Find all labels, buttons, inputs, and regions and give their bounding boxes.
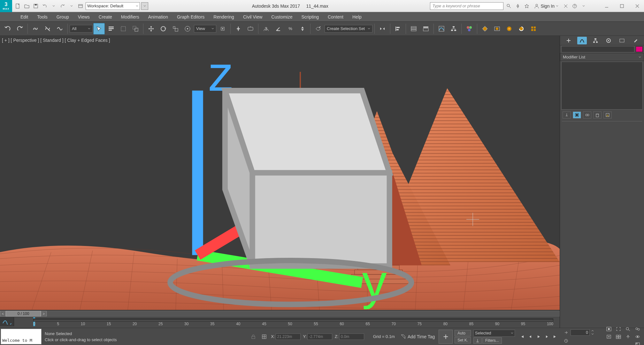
maximize-button[interactable] <box>617 3 627 9</box>
render-production-icon[interactable] <box>503 23 515 34</box>
rectangle-select-icon[interactable] <box>118 23 129 34</box>
utilities-tab-icon[interactable] <box>631 37 640 44</box>
menu-civil-view[interactable]: Civil View <box>239 12 267 21</box>
chevron-down-icon[interactable] <box>50 2 57 10</box>
toggle-ribbon-icon[interactable] <box>420 23 432 34</box>
bind-spacewarp-icon[interactable] <box>54 23 65 34</box>
key-filters-button[interactable]: Filters... <box>482 337 502 344</box>
maximize-viewport-icon[interactable] <box>633 341 642 345</box>
scale-icon[interactable] <box>170 23 181 34</box>
move-icon[interactable] <box>145 23 157 34</box>
angle-snap-icon[interactable] <box>272 23 284 34</box>
pan-icon[interactable] <box>624 333 632 340</box>
isolate-selection-icon[interactable] <box>604 326 613 333</box>
subscription-icon[interactable] <box>514 3 521 10</box>
keyboard-shortcut-icon[interactable] <box>245 23 256 34</box>
undo-icon[interactable] <box>41 2 49 10</box>
close-button[interactable] <box>632 3 642 9</box>
menu-tools[interactable]: Tools <box>33 12 52 21</box>
current-frame-field[interactable] <box>571 329 590 336</box>
viewcube-icon[interactable] <box>0 36 560 310</box>
modifier-stack[interactable] <box>561 62 643 110</box>
mini-curve-editor-icon[interactable] <box>0 317 14 326</box>
signin-button[interactable]: Sign In <box>532 4 560 9</box>
show-end-result-icon[interactable] <box>573 111 581 119</box>
key-mode-toggle-icon[interactable] <box>562 329 570 336</box>
time-slider[interactable]: 0 / 100 <box>6 311 41 317</box>
project-icon[interactable] <box>77 2 84 10</box>
y-coord-field[interactable] <box>307 334 332 340</box>
refcoord-dropdown[interactable]: View <box>194 25 216 33</box>
set-key-button[interactable]: + <box>439 330 453 344</box>
open-icon[interactable] <box>23 2 31 10</box>
orbit-icon[interactable] <box>633 333 642 340</box>
menu-rendering[interactable]: Rendering <box>209 12 239 21</box>
modifier-list-dropdown[interactable]: Modifier List <box>560 53 644 61</box>
timeslider-prev-icon[interactable]: < <box>0 311 6 317</box>
add-time-tag-button[interactable]: Add Time Tag <box>397 328 438 345</box>
key-filters-selected-dropdown[interactable]: Selected <box>473 330 515 337</box>
timeslider-next-icon[interactable]: > <box>41 311 47 317</box>
configure-sets-icon[interactable] <box>603 111 612 119</box>
material-editor-icon[interactable] <box>464 23 475 34</box>
rotate-icon[interactable] <box>157 23 169 34</box>
hierarchy-tab-icon[interactable] <box>591 37 600 44</box>
link-icon[interactable] <box>30 23 41 34</box>
render-iterative-icon[interactable] <box>516 23 527 34</box>
timeslider-track[interactable] <box>47 311 560 317</box>
curve-editor-icon[interactable] <box>436 23 447 34</box>
named-selection-dropdown[interactable]: Create Selection Set <box>325 25 372 33</box>
workspace-dropdown[interactable]: Workspace: Default <box>86 2 140 10</box>
redo-icon[interactable] <box>59 2 66 10</box>
perspective-viewport[interactable]: [ + ] [ Perspective ] [ Standard ] [ Cla… <box>0 36 560 310</box>
infocenter-search[interactable]: Type a keyword or phrase <box>430 2 503 10</box>
render-in-cloud-icon[interactable] <box>528 23 539 34</box>
key-filters-icon[interactable] <box>473 337 482 344</box>
autokey-button[interactable]: Auto <box>455 330 471 336</box>
select-object-icon[interactable] <box>93 23 105 34</box>
selection-filter-dropdown[interactable]: All <box>70 25 93 33</box>
motion-tab-icon[interactable] <box>604 37 613 44</box>
menu-animation[interactable]: Animation <box>144 12 172 21</box>
selection-bracket-icon[interactable] <box>614 326 623 333</box>
menu-views[interactable]: Views <box>73 12 94 21</box>
redo-icon[interactable] <box>14 23 26 34</box>
menu-help[interactable]: Help <box>348 12 366 21</box>
window-crossing-icon[interactable] <box>130 23 141 34</box>
save-icon[interactable] <box>32 2 40 10</box>
prev-frame-icon[interactable] <box>526 333 534 341</box>
zoom-extents-all-icon[interactable] <box>614 333 623 340</box>
selection-lock-icon[interactable] <box>249 333 257 341</box>
help-icon[interactable]: ? <box>571 3 578 10</box>
new-icon[interactable] <box>14 2 22 10</box>
zoom-extents-icon[interactable] <box>604 333 613 340</box>
menu-group[interactable]: Group <box>52 12 73 21</box>
chevron-down-icon[interactable] <box>68 2 75 10</box>
menu-content[interactable]: Content <box>323 12 348 21</box>
menu-create[interactable]: Create <box>94 12 117 21</box>
object-color-swatch[interactable] <box>636 46 643 52</box>
setkey-mode-button[interactable]: Set K. <box>455 337 471 343</box>
track-bar[interactable]: 0510152025303540455055606570758085909510… <box>14 317 560 326</box>
app-store-icon[interactable] <box>523 3 530 10</box>
schematic-view-icon[interactable] <box>448 23 459 34</box>
menu-customize[interactable]: Customize <box>267 12 297 21</box>
modify-tab-icon[interactable] <box>577 37 587 44</box>
display-tab-icon[interactable] <box>617 37 627 44</box>
search-icon[interactable] <box>505 3 512 10</box>
goto-end-icon[interactable] <box>551 333 559 341</box>
x-coord-field[interactable] <box>276 334 301 340</box>
workspace-more-icon[interactable] <box>141 2 148 10</box>
goto-start-icon[interactable] <box>518 333 526 341</box>
pivot-center-icon[interactable] <box>217 23 228 34</box>
mirror-icon[interactable] <box>377 23 388 34</box>
zoom-icon[interactable] <box>624 326 632 333</box>
align-icon[interactable] <box>392 23 404 34</box>
minimize-button[interactable] <box>602 3 611 9</box>
create-tab-icon[interactable] <box>564 37 573 44</box>
render-frame-icon[interactable] <box>491 23 503 34</box>
maxscript-listener[interactable]: Welcome to M <box>1 329 42 344</box>
snap-toggle-icon[interactable]: 3 <box>260 23 272 34</box>
make-unique-icon[interactable] <box>583 111 591 119</box>
chevron-down-icon[interactable] <box>580 3 587 10</box>
